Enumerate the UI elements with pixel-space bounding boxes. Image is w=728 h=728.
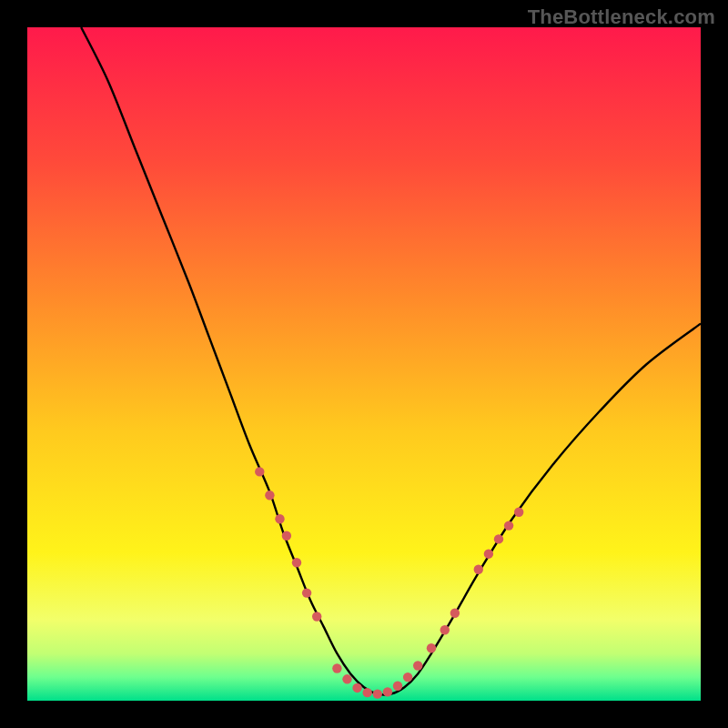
marker-dot bbox=[373, 689, 382, 698]
marker-dot bbox=[265, 490, 274, 500]
plot-area bbox=[27, 27, 701, 701]
watermark-text: TheBottleneck.com bbox=[528, 5, 715, 29]
marker-dot bbox=[450, 609, 460, 618]
chart-frame: TheBottleneck.com bbox=[0, 0, 728, 728]
chart-svg bbox=[27, 27, 701, 701]
marker-dot bbox=[282, 531, 291, 541]
marker-dot bbox=[292, 558, 301, 567]
marker-dot bbox=[352, 683, 361, 693]
marker-dot bbox=[302, 588, 311, 597]
marker-dot bbox=[413, 661, 422, 670]
marker-dot bbox=[255, 467, 264, 476]
marker-dot bbox=[427, 643, 436, 652]
marker-dot bbox=[403, 672, 412, 682]
marker-dot bbox=[393, 682, 402, 691]
marker-dot bbox=[440, 625, 450, 634]
marker-dot bbox=[504, 521, 513, 530]
marker-dot bbox=[275, 514, 284, 523]
marker-dot bbox=[342, 674, 351, 683]
marker-dot bbox=[383, 687, 392, 696]
marker-dot bbox=[514, 508, 523, 517]
marker-dot bbox=[363, 688, 372, 697]
marker-dot bbox=[484, 549, 493, 558]
gradient-background bbox=[27, 27, 701, 701]
marker-dot bbox=[494, 534, 503, 543]
marker-dot bbox=[312, 612, 321, 621]
marker-dot bbox=[332, 663, 341, 672]
marker-dot bbox=[474, 565, 483, 574]
